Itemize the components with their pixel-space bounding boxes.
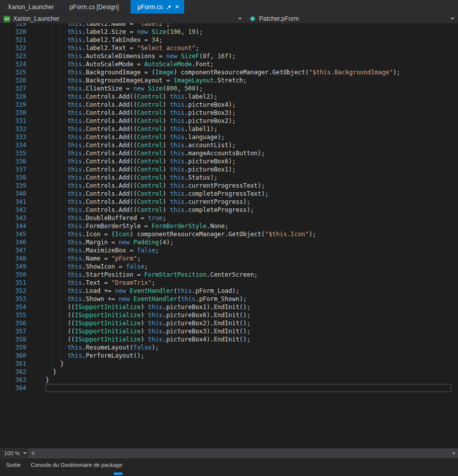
line-number[interactable]: 330 — [0, 109, 26, 117]
code-line[interactable]: this.Shown += new EventHandler(this.pFor… — [46, 295, 458, 303]
line-number[interactable]: 320 — [0, 28, 26, 36]
line-number[interactable]: 334 — [0, 141, 26, 149]
code-line[interactable]: ((ISupportInitialize) this.pictureBox2).… — [46, 319, 458, 327]
scroll-right-button[interactable] — [450, 449, 458, 458]
code-line[interactable]: this.BackgroundImage = (Image) component… — [46, 68, 458, 76]
code-line[interactable]: this.Controls.Add((Control) this.account… — [46, 141, 458, 149]
line-number[interactable]: 360 — [0, 352, 26, 360]
code-line[interactable]: this.AutoScaleMode = AutoScaleMode.Font; — [46, 60, 458, 68]
line-number[interactable]: 335 — [0, 149, 26, 157]
code-line[interactable]: this.Controls.Add((Control) this.languag… — [46, 133, 458, 141]
code-line[interactable]: this.StartPosition = FormStartPosition.C… — [46, 271, 458, 279]
code-line[interactable]: ((ISupportInitialize) this.pictureBox4).… — [46, 335, 458, 343]
code-line[interactable]: this.AutoScaleDimensions = new SizeF(8f,… — [46, 52, 458, 60]
line-number[interactable]: 333 — [0, 133, 26, 141]
code-line[interactable]: this.Controls.Add((Control) this.picture… — [46, 117, 458, 125]
line-number[interactable]: 355 — [0, 311, 26, 319]
code-line[interactable]: this.PerformLayout(); — [46, 352, 458, 360]
tab-xarion-launcher[interactable]: Xarion_Launcher — [0, 0, 62, 14]
code-line[interactable]: this.Controls.Add((Control) this.picture… — [46, 165, 458, 174]
line-number[interactable]: 354 — [0, 303, 26, 311]
line-number[interactable]: 342 — [0, 206, 26, 214]
line-number[interactable]: 341 — [0, 198, 26, 206]
code-line[interactable]: ((ISupportInitialize) this.pictureBox6).… — [46, 311, 458, 319]
code-line[interactable]: this.Load += new EventHandler(this.pForm… — [46, 287, 458, 295]
line-number[interactable]: 350 — [0, 271, 26, 279]
line-number[interactable]: 343 — [0, 214, 26, 222]
line-number[interactable]: 344 — [0, 222, 26, 230]
line-number[interactable]: 345 — [0, 230, 26, 238]
code-line[interactable]: ((ISupportInitialize) this.pictureBox1).… — [46, 303, 458, 311]
code-line[interactable]: this.label2.Text = "Select account"; — [46, 44, 458, 52]
line-number[interactable]: 340 — [0, 190, 26, 198]
code-line[interactable]: this.label2.Name = "label2"; — [46, 23, 458, 28]
code-line[interactable]: this.Controls.Add((Control) this.Status)… — [46, 174, 458, 182]
code-line[interactable]: } — [46, 368, 458, 376]
line-number[interactable]: 331 — [0, 117, 26, 125]
code-line[interactable]: } — [46, 376, 458, 384]
code-line[interactable]: this.BackgroundImageLayout = ImageLayout… — [46, 76, 458, 84]
code-line[interactable]: ((ISupportInitialize) this.pictureBox3).… — [46, 327, 458, 335]
line-number[interactable]: 322 — [0, 44, 26, 52]
line-number[interactable]: 361 — [0, 360, 26, 368]
line-number[interactable]: 319 — [0, 23, 26, 28]
code-line[interactable]: this.label2.TabIndex = 34; — [46, 36, 458, 44]
code-line[interactable]: this.Controls.Add((Control) this.label1)… — [46, 125, 458, 133]
code-line[interactable]: this.Text = "DreamTrix"; — [46, 279, 458, 287]
scroll-left-button[interactable] — [29, 449, 36, 458]
panel-tab-sortie[interactable]: Sortie — [2, 460, 25, 469]
line-number[interactable]: 329 — [0, 101, 26, 109]
code-line[interactable]: this.Name = "pForm"; — [46, 254, 458, 263]
line-number[interactable]: 359 — [0, 343, 26, 352]
line-number[interactable]: 364 — [0, 384, 26, 392]
code-line[interactable]: this.Controls.Add((Control) this.picture… — [46, 157, 458, 165]
line-number[interactable]: 337 — [0, 165, 26, 174]
zoom-control[interactable]: 100 % — [0, 449, 28, 458]
code-line[interactable]: this.ShowIcon = false; — [46, 263, 458, 271]
pin-icon[interactable] — [166, 5, 172, 10]
panel-tab-console-du-gestionnaire-de-package[interactable]: Console du Gestionnaire de package — [26, 460, 127, 469]
line-number[interactable]: 324 — [0, 60, 26, 68]
line-number[interactable]: 338 — [0, 174, 26, 182]
project-dropdown[interactable]: C# Xarion_Launcher — [0, 14, 246, 23]
line-number[interactable]: 348 — [0, 254, 26, 263]
line-number[interactable]: 356 — [0, 319, 26, 327]
code-line[interactable]: this.FormBorderStyle = FormBorderStyle.N… — [46, 222, 458, 230]
line-number[interactable]: 326 — [0, 76, 26, 84]
line-number[interactable]: 363 — [0, 376, 26, 384]
tab-pform-cs-design[interactable]: pForm.cs [Design] — [62, 0, 127, 14]
current-line-box[interactable] — [46, 384, 451, 392]
line-number[interactable]: 349 — [0, 263, 26, 271]
code-line[interactable]: this.Controls.Add((Control) this.complet… — [46, 190, 458, 198]
line-number[interactable]: 353 — [0, 295, 26, 303]
code-line[interactable]: this.Controls.Add((Control) this.current… — [46, 198, 458, 206]
line-number[interactable]: 352 — [0, 287, 26, 295]
code-line[interactable]: this.Controls.Add((Control) this.current… — [46, 182, 458, 190]
member-dropdown[interactable]: Patcher.pForm — [246, 14, 458, 23]
line-number[interactable]: 358 — [0, 335, 26, 343]
code-line[interactable]: this.Controls.Add((Control) this.picture… — [46, 109, 458, 117]
code-line[interactable]: this.Margin = new Padding(4); — [46, 238, 458, 246]
line-number[interactable]: 339 — [0, 182, 26, 190]
line-number[interactable]: 325 — [0, 68, 26, 76]
code-line[interactable]: this.DoubleBuffered = true; — [46, 214, 458, 222]
code-line[interactable]: this.ResumeLayout(false); — [46, 343, 458, 352]
code-line[interactable]: this.ClientSize = new Size(800, 500); — [46, 84, 458, 93]
tab-pform-cs[interactable]: pForm.cs✕ — [131, 0, 184, 14]
line-number[interactable]: 327 — [0, 84, 26, 93]
line-number[interactable]: 328 — [0, 93, 26, 101]
line-number[interactable]: 357 — [0, 327, 26, 335]
line-number[interactable]: 351 — [0, 279, 26, 287]
code-line[interactable]: } — [46, 360, 458, 368]
line-number[interactable]: 336 — [0, 157, 26, 165]
line-number[interactable]: 332 — [0, 125, 26, 133]
line-number[interactable]: 321 — [0, 36, 26, 44]
code-line[interactable]: this.Icon = (Icon) componentResourceMana… — [46, 230, 458, 238]
code-line[interactable]: this.Controls.Add((Control) this.complet… — [46, 206, 458, 214]
code-line[interactable]: this.Controls.Add((Control) this.mangeAc… — [46, 149, 458, 157]
code-line[interactable]: this.MaximizeBox = false; — [46, 246, 458, 254]
close-icon[interactable]: ✕ — [175, 5, 179, 10]
code-line[interactable]: this.label2.Size = new Size(106, 19); — [46, 28, 458, 36]
code-line[interactable]: this.Controls.Add((Control) this.picture… — [46, 101, 458, 109]
horizontal-scrollbar-track[interactable] — [36, 449, 450, 458]
